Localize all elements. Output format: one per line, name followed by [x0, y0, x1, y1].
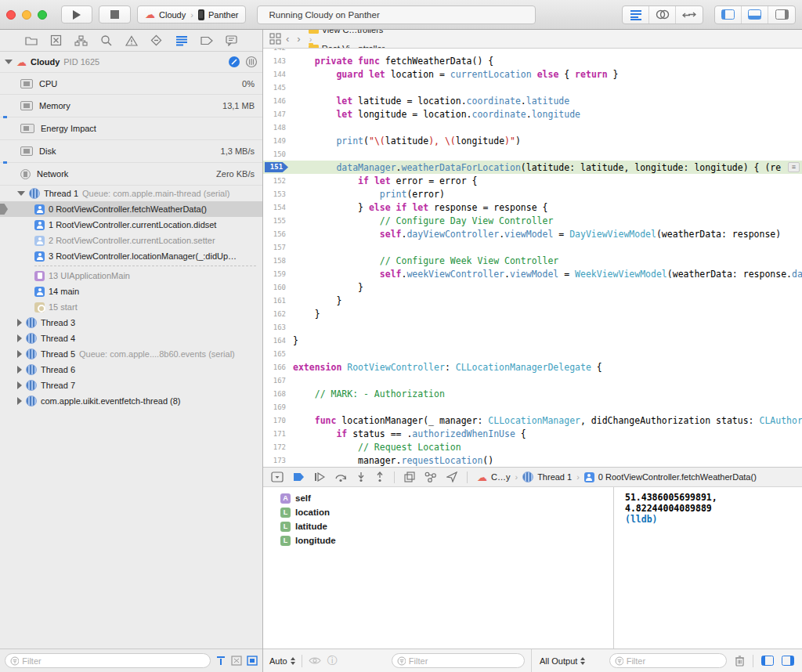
- stack-frame-row[interactable]: 2 RootViewController.currentLocation.set…: [0, 233, 262, 248]
- thread-info-button[interactable]: ≡: [788, 162, 800, 172]
- line-number[interactable]: 173: [263, 457, 293, 464]
- source-editor[interactable]: 142143 private func fetchWeatherData() {…: [263, 49, 802, 467]
- hide-debug-area-button[interactable]: [271, 471, 284, 482]
- line-number[interactable]: 149: [263, 137, 293, 145]
- code-line[interactable]: 173 manager.requestLocation(): [263, 453, 802, 467]
- code-line[interactable]: 153 print(error): [263, 187, 802, 201]
- code-line[interactable]: 158 // Configure Week View Controller: [263, 254, 802, 267]
- code-line[interactable]: 164}: [263, 334, 802, 347]
- thread-row[interactable]: Thread 6: [0, 362, 262, 378]
- stack-frame-row[interactable]: 3 RootViewController.locationManager(_:d…: [0, 248, 262, 264]
- line-number[interactable]: 170: [263, 417, 293, 425]
- view-hierarchy-button[interactable]: [404, 471, 415, 482]
- code-line[interactable]: 163: [263, 320, 802, 334]
- thread-row[interactable]: Thread 7: [0, 378, 262, 393]
- line-number[interactable]: 169: [263, 403, 293, 411]
- line-number[interactable]: 158: [263, 257, 293, 265]
- variables-filter-input[interactable]: [409, 656, 519, 666]
- project-navigator-button[interactable]: [24, 34, 38, 48]
- stack-frame-row[interactable]: 13 UIApplicationMain: [0, 268, 262, 284]
- flatten-stack-button[interactable]: [215, 656, 226, 666]
- navigator-filter-field[interactable]: [5, 653, 211, 668]
- issue-navigator-button[interactable]: [125, 34, 139, 48]
- code-line[interactable]: 157: [263, 240, 802, 254]
- console-scope-select[interactable]: All Output: [540, 656, 585, 666]
- symbol-navigator-button[interactable]: [74, 34, 89, 48]
- step-over-button[interactable]: [334, 472, 347, 482]
- line-number[interactable]: 154: [263, 204, 293, 211]
- report-navigator-button[interactable]: [225, 34, 239, 48]
- print-description-button[interactable]: ⓘ: [327, 654, 338, 668]
- code-line[interactable]: 150: [263, 147, 802, 161]
- gauge-memory[interactable]: Memory13,1 MB: [0, 95, 262, 117]
- line-number[interactable]: 161: [263, 297, 293, 305]
- crashed-threads-button[interactable]: [247, 656, 258, 666]
- variable-row[interactable]: Aself: [263, 491, 613, 505]
- step-into-button[interactable]: [356, 471, 366, 482]
- close-window-button[interactable]: [6, 10, 16, 20]
- line-number[interactable]: 171: [263, 430, 293, 438]
- line-number[interactable]: 160: [263, 284, 293, 291]
- code-line[interactable]: 154 } else if let response = response {: [263, 201, 802, 214]
- line-number[interactable]: 145: [263, 84, 293, 92]
- console-view[interactable]: 51.4386005699891, 4.82244004089889 (lldb…: [614, 487, 802, 649]
- forward-button[interactable]: ›: [297, 33, 300, 45]
- line-number[interactable]: 146: [263, 97, 293, 105]
- line-number[interactable]: 150: [263, 150, 293, 158]
- version-editor-button[interactable]: [676, 6, 703, 23]
- code-line[interactable]: 168 // MARK: - Authorization: [263, 387, 802, 400]
- zoom-window-button[interactable]: [38, 10, 47, 20]
- debug-crumb-thread[interactable]: Thread 1: [537, 472, 572, 482]
- line-number[interactable]: 168: [263, 390, 293, 398]
- code-line[interactable]: 156 self.dayViewController.viewModel = D…: [263, 227, 802, 240]
- code-line[interactable]: 172 // Request Location: [263, 440, 802, 453]
- stack-frame-row[interactable]: 0 RootViewController.fetchWeatherData(): [0, 201, 262, 217]
- scheme-selector[interactable]: ☁ Cloudy › Panther: [137, 5, 246, 23]
- jump-bar-item[interactable]: View C…trollers: [309, 30, 413, 34]
- variable-row[interactable]: Llatitude: [263, 519, 613, 533]
- line-number[interactable]: 147: [263, 110, 293, 118]
- code-line[interactable]: 160 }: [263, 280, 802, 294]
- code-line[interactable]: 145: [263, 81, 802, 94]
- code-line[interactable]: 151 dataManager.weatherDataForLocation(l…: [263, 161, 802, 174]
- line-number[interactable]: 144: [263, 70, 293, 78]
- step-out-button[interactable]: [375, 471, 385, 482]
- debug-crumb-process[interactable]: C…y: [491, 472, 510, 482]
- gauge-cpu[interactable]: CPU0%: [0, 72, 262, 95]
- line-number[interactable]: 159: [263, 270, 293, 278]
- stack-frame-row[interactable]: 14 main: [0, 284, 262, 299]
- line-number[interactable]: 165: [263, 350, 293, 358]
- thread-row[interactable]: Thread 4: [0, 331, 262, 346]
- gauge-energy-impact[interactable]: Energy Impact: [0, 117, 262, 140]
- code-line[interactable]: 159 self.weekViewController.viewModel = …: [263, 267, 802, 280]
- variable-row[interactable]: Llocation: [263, 505, 613, 519]
- clear-console-button[interactable]: [735, 655, 745, 667]
- navigator-filter-input[interactable]: [22, 656, 205, 666]
- code-line[interactable]: 147 let longitude = location.coordinate.…: [263, 107, 802, 121]
- code-line[interactable]: 144 guard let location = currentLocation…: [263, 67, 802, 81]
- code-line[interactable]: 165: [263, 347, 802, 360]
- quicklook-eye-button[interactable]: [309, 656, 321, 665]
- thread-row[interactable]: Thread 3: [0, 315, 262, 331]
- code-line[interactable]: 143 private func fetchWeatherData() {: [263, 54, 802, 67]
- line-number[interactable]: 163: [263, 323, 293, 331]
- stack-frame-row[interactable]: 15 start: [0, 299, 262, 315]
- debug-crumb-frame[interactable]: 0 RootViewController.fetchWeatherData(): [598, 472, 757, 482]
- thread-row[interactable]: Thread 1Queue: com.apple.main-thread (se…: [0, 186, 262, 201]
- variable-row[interactable]: Llongitude: [263, 533, 613, 547]
- breakpoints-toggle-button[interactable]: [293, 472, 305, 482]
- line-number[interactable]: 167: [263, 377, 293, 385]
- toggle-console-view-button[interactable]: [782, 656, 794, 666]
- code-line[interactable]: 149 print("\(latitude), \(longitude)"): [263, 134, 802, 147]
- code-line[interactable]: 167: [263, 374, 802, 387]
- variables-view[interactable]: AselfLlocationLlatitudeLlongitude: [263, 487, 614, 649]
- toggle-navigator-button[interactable]: [715, 6, 742, 23]
- line-number[interactable]: 151: [263, 162, 293, 172]
- find-navigator-button[interactable]: [99, 34, 114, 48]
- run-button[interactable]: [61, 5, 92, 23]
- line-number[interactable]: 156: [263, 230, 293, 238]
- simulate-location-button[interactable]: [446, 471, 457, 482]
- thread-row[interactable]: Thread 5Queue: com.apple....8b60.events …: [0, 346, 262, 362]
- console-filter-field[interactable]: [609, 653, 727, 668]
- pause-process-button[interactable]: [228, 56, 240, 68]
